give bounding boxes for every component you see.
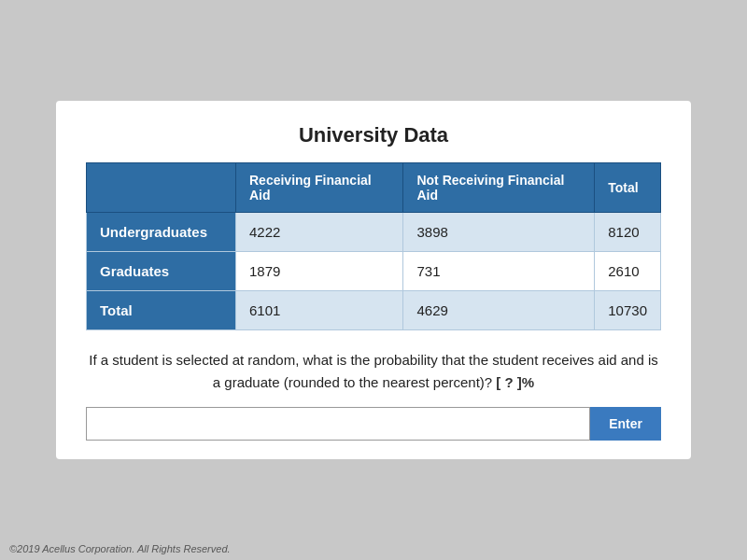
table-row: Graduates 1879 731 2610 <box>87 252 661 291</box>
table-row: Undergraduates 4222 3898 8120 <box>87 213 661 252</box>
col-header-receiving: Receiving Financial Aid <box>236 163 403 213</box>
undergraduates-receiving: 4222 <box>236 213 403 252</box>
table-row: Total 6101 4629 10730 <box>87 291 661 330</box>
footer-text: ©2019 Acellus Corporation. All Rights Re… <box>9 543 231 554</box>
question-text: If a student is selected at random, what… <box>86 349 661 394</box>
row-label-undergraduates: Undergraduates <box>87 213 236 252</box>
total-not-receiving: 4629 <box>403 291 595 330</box>
col-header-total: Total <box>595 163 661 213</box>
graduates-not-receiving: 731 <box>403 252 595 291</box>
university-data-table: Receiving Financial Aid Not Receiving Fi… <box>86 162 661 330</box>
row-label-graduates: Graduates <box>87 252 236 291</box>
row-label-total: Total <box>87 291 236 330</box>
undergraduates-not-receiving: 3898 <box>403 213 595 252</box>
col-header-empty <box>87 163 236 213</box>
answer-input[interactable] <box>86 407 590 441</box>
graduates-receiving: 1879 <box>236 252 403 291</box>
col-header-not-receiving: Not Receiving Financial Aid <box>403 163 595 213</box>
graduates-total: 2610 <box>595 252 661 291</box>
main-container: University Data Receiving Financial Aid … <box>56 101 691 459</box>
total-receiving: 6101 <box>236 291 403 330</box>
total-total: 10730 <box>595 291 661 330</box>
undergraduates-total: 8120 <box>595 213 661 252</box>
input-row: Enter <box>86 407 661 441</box>
bracket-placeholder: [ ? ]% <box>496 374 534 390</box>
page-title: University Data <box>86 123 661 147</box>
enter-button[interactable]: Enter <box>590 407 661 441</box>
